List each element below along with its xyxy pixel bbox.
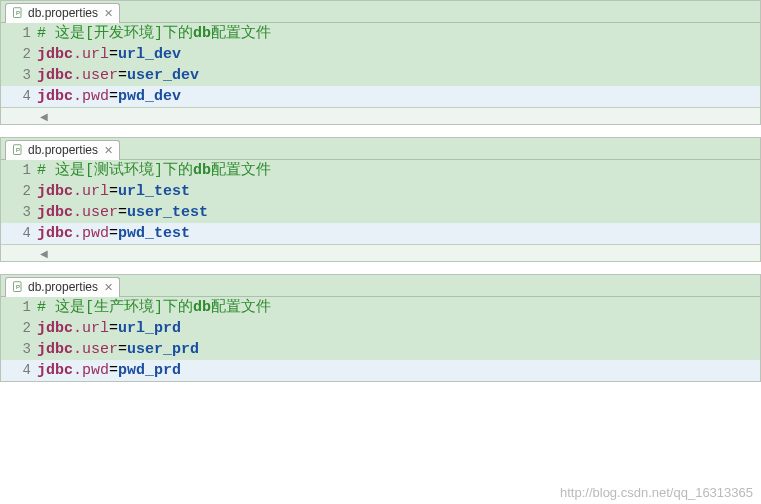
editor-tab[interactable]: Pdb.properties✕: [5, 3, 120, 23]
line-number: 4: [1, 223, 37, 244]
code-line[interactable]: 3jdbc.user=user_prd: [1, 339, 760, 360]
svg-text:P: P: [16, 284, 20, 290]
line-number: 3: [1, 339, 37, 360]
line-content[interactable]: jdbc.url=url_dev: [37, 44, 760, 65]
line-content[interactable]: # 这是[生产环境]下的db配置文件: [37, 297, 760, 318]
tab-label: db.properties: [28, 280, 98, 294]
code-area[interactable]: 1# 这是[开发环境]下的db配置文件2jdbc.url=url_dev3jdb…: [1, 23, 760, 107]
editor-panel: Pdb.properties✕1# 这是[开发环境]下的db配置文件2jdbc.…: [0, 0, 761, 125]
close-icon[interactable]: ✕: [104, 281, 113, 294]
editor-tab[interactable]: Pdb.properties✕: [5, 140, 120, 160]
close-icon[interactable]: ✕: [104, 144, 113, 157]
tab-bar: Pdb.properties✕: [1, 138, 760, 160]
property-value: url_prd: [118, 320, 181, 337]
code-area[interactable]: 1# 这是[生产环境]下的db配置文件2jdbc.url=url_prd3jdb…: [1, 297, 760, 381]
equals-token: =: [109, 320, 118, 337]
line-number: 3: [1, 65, 37, 86]
code-line[interactable]: 3jdbc.user=user_dev: [1, 65, 760, 86]
line-content[interactable]: jdbc.url=url_test: [37, 181, 760, 202]
code-line[interactable]: 2jdbc.url=url_test: [1, 181, 760, 202]
equals-token: =: [109, 183, 118, 200]
tab-bar: Pdb.properties✕: [1, 275, 760, 297]
code-line[interactable]: 3jdbc.user=user_test: [1, 202, 760, 223]
code-line[interactable]: 4jdbc.pwd=pwd_prd: [1, 360, 760, 381]
line-number: 1: [1, 23, 37, 44]
line-number: 4: [1, 86, 37, 107]
property-key: jdbc.pwd: [37, 362, 109, 379]
comment-token: # 这是[开发环境]下的db配置文件: [37, 25, 271, 42]
property-key: jdbc.url: [37, 183, 109, 200]
tab-label: db.properties: [28, 143, 98, 157]
line-content[interactable]: jdbc.url=url_prd: [37, 318, 760, 339]
property-key: jdbc.user: [37, 67, 118, 84]
code-line[interactable]: 1# 这是[测试环境]下的db配置文件: [1, 160, 760, 181]
comment-token: # 这是[生产环境]下的db配置文件: [37, 299, 271, 316]
code-area[interactable]: 1# 这是[测试环境]下的db配置文件2jdbc.url=url_test3jd…: [1, 160, 760, 244]
line-number: 3: [1, 202, 37, 223]
tab-bar: Pdb.properties✕: [1, 1, 760, 23]
scroll-left-arrow-icon[interactable]: ◀: [37, 109, 51, 123]
line-number: 2: [1, 181, 37, 202]
equals-token: =: [109, 225, 118, 242]
equals-token: =: [118, 341, 127, 358]
svg-text:P: P: [16, 10, 20, 16]
code-line[interactable]: 4jdbc.pwd=pwd_dev: [1, 86, 760, 107]
svg-text:P: P: [16, 147, 20, 153]
properties-file-icon: P: [12, 7, 24, 19]
properties-file-icon: P: [12, 144, 24, 156]
line-content[interactable]: jdbc.pwd=pwd_dev: [37, 86, 760, 107]
property-key: jdbc.user: [37, 204, 118, 221]
property-key: jdbc.url: [37, 46, 109, 63]
line-number: 4: [1, 360, 37, 381]
line-content[interactable]: # 这是[测试环境]下的db配置文件: [37, 160, 760, 181]
watermark-text: http://blog.csdn.net/qq_16313365: [560, 485, 753, 500]
tab-label: db.properties: [28, 6, 98, 20]
property-value: user_prd: [127, 341, 199, 358]
horizontal-scrollbar[interactable]: ◀: [1, 107, 760, 124]
property-key: jdbc.user: [37, 341, 118, 358]
equals-token: =: [118, 204, 127, 221]
property-key: jdbc.pwd: [37, 225, 109, 242]
editor-panel: Pdb.properties✕1# 这是[生产环境]下的db配置文件2jdbc.…: [0, 274, 761, 382]
line-content[interactable]: jdbc.user=user_dev: [37, 65, 760, 86]
property-key: jdbc.pwd: [37, 88, 109, 105]
line-content[interactable]: jdbc.pwd=pwd_prd: [37, 360, 760, 381]
line-number: 1: [1, 297, 37, 318]
scroll-left-arrow-icon[interactable]: ◀: [37, 246, 51, 260]
line-content[interactable]: jdbc.pwd=pwd_test: [37, 223, 760, 244]
code-line[interactable]: 1# 这是[生产环境]下的db配置文件: [1, 297, 760, 318]
code-line[interactable]: 1# 这是[开发环境]下的db配置文件: [1, 23, 760, 44]
code-line[interactable]: 2jdbc.url=url_prd: [1, 318, 760, 339]
property-value: url_test: [118, 183, 190, 200]
properties-file-icon: P: [12, 281, 24, 293]
line-number: 2: [1, 318, 37, 339]
equals-token: =: [118, 67, 127, 84]
property-key: jdbc.url: [37, 320, 109, 337]
code-line[interactable]: 4jdbc.pwd=pwd_test: [1, 223, 760, 244]
line-number: 1: [1, 160, 37, 181]
editor-tab[interactable]: Pdb.properties✕: [5, 277, 120, 297]
equals-token: =: [109, 88, 118, 105]
equals-token: =: [109, 362, 118, 379]
editor-panel: Pdb.properties✕1# 这是[测试环境]下的db配置文件2jdbc.…: [0, 137, 761, 262]
equals-token: =: [109, 46, 118, 63]
line-number: 2: [1, 44, 37, 65]
line-content[interactable]: # 这是[开发环境]下的db配置文件: [37, 23, 760, 44]
line-content[interactable]: jdbc.user=user_prd: [37, 339, 760, 360]
property-value: pwd_dev: [118, 88, 181, 105]
property-value: pwd_test: [118, 225, 190, 242]
close-icon[interactable]: ✕: [104, 7, 113, 20]
property-value: pwd_prd: [118, 362, 181, 379]
property-value: user_dev: [127, 67, 199, 84]
comment-token: # 这是[测试环境]下的db配置文件: [37, 162, 271, 179]
property-value: user_test: [127, 204, 208, 221]
line-content[interactable]: jdbc.user=user_test: [37, 202, 760, 223]
code-line[interactable]: 2jdbc.url=url_dev: [1, 44, 760, 65]
horizontal-scrollbar[interactable]: ◀: [1, 244, 760, 261]
property-value: url_dev: [118, 46, 181, 63]
